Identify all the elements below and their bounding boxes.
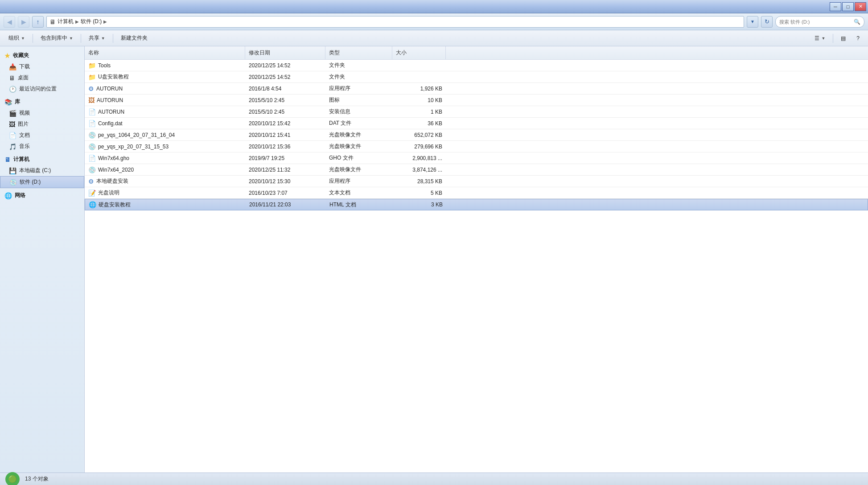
file-type-cell: DAT 文件 [325,119,392,128]
sidebar-item-desktop[interactable]: 🖥 桌面 [0,72,84,83]
file-modified: 2020/12/25 14:52 [249,74,290,80]
search-bar[interactable]: 🔍 [775,16,864,28]
col-modified[interactable]: 修改日期 [245,46,325,59]
new-folder-button[interactable]: 新建文件夹 [116,32,152,45]
file-size: 3,874,126 ... [412,167,442,173]
file-name: pe_yqs_xp_20_07_31_15_53 [98,144,169,150]
library-icon: 📚 [4,99,12,106]
breadcrumb-arrow-2: ▶ [103,19,107,24]
file-name-cell: 📝 光盘说明 [85,188,245,197]
library-dropdown-arrow: ▼ [69,36,73,41]
table-row[interactable]: 🌐 硬盘安装教程 2016/11/21 22:03 HTML 文档 3 KB [85,199,868,210]
file-type-icon: 💿 [88,132,96,139]
table-row[interactable]: ⚙ 本地硬盘安装 2020/10/12 15:30 应用程序 28,315 KB [85,176,868,187]
videos-icon: 🎬 [9,110,16,117]
view-dropdown-arrow: ▼ [821,36,825,41]
folder-icon: 🖥 [49,18,56,25]
breadcrumb-drive[interactable]: 软件 (D:) [81,18,102,25]
file-type-icon: 🖼 [88,97,95,104]
images-icon: 🖼 [9,121,15,128]
app-icon: 🟢 [5,472,20,485]
file-modified: 2020/10/12 15:41 [249,132,290,138]
table-row[interactable]: 💿 pe_yqs_xp_20_07_31_15_53 2020/10/12 15… [85,141,868,152]
minimize-button[interactable]: ─ [830,2,841,11]
sidebar: ★ 收藏夹 📥 下载 🖥 桌面 🕐 最近访问的位置 📚 库 🎬 [0,46,85,473]
docs-icon: 📄 [9,132,16,139]
table-row[interactable]: 🖼 AUTORUN 2015/5/10 2:45 图标 10 KB [85,95,868,106]
file-name-cell: 💿 pe_yqs_xp_20_07_31_15_53 [85,142,245,151]
share-dropdown-arrow: ▼ [101,36,105,41]
col-name[interactable]: 名称 [85,46,245,59]
sidebar-item-software-d[interactable]: 💿 软件 (D:) [0,176,84,188]
up-button[interactable]: ↑ [32,16,44,28]
local-c-icon: 💾 [9,167,16,174]
file-list-header: 名称 修改日期 类型 大小 [85,46,868,60]
library-header: 📚 库 [0,96,84,107]
status-count: 13 个对象 [25,475,49,483]
col-type[interactable]: 类型 [325,46,392,59]
table-row[interactable]: 💿 Win7x64_2020 2020/12/25 11:32 光盘映像文件 3… [85,164,868,176]
maximize-button[interactable]: □ [842,2,854,11]
favorites-star-icon: ★ [4,52,10,59]
library-button[interactable]: 包含到库中 ▼ [36,32,78,45]
back-button[interactable]: ◀ [4,16,15,28]
toolbar-separator-1 [33,34,33,43]
file-type-icon: 📄 [88,108,96,115]
table-row[interactable]: 📁 U盘安装教程 2020/12/25 14:52 文件夹 [85,71,868,83]
sidebar-item-local-c[interactable]: 💾 本地磁盘 (C:) [0,165,84,176]
table-row[interactable]: 📄 Win7x64.gho 2019/9/7 19:25 GHO 文件 2,90… [85,152,868,164]
file-type: 安装信息 [329,108,350,115]
breadcrumb-dropdown[interactable]: ▼ [747,16,758,28]
file-type-cell: 文件夹 [325,72,392,82]
organize-button[interactable]: 组织 ▼ [4,32,30,45]
file-modified-cell: 2020/10/12 15:41 [245,131,325,139]
view-button[interactable]: ☰ ▼ [810,32,830,45]
window-controls: ─ □ ✕ [830,2,866,11]
file-size-cell: 10 KB [392,96,446,104]
sidebar-item-images[interactable]: 🖼 图片 [0,119,84,130]
sidebar-item-downloads[interactable]: 📥 下载 [0,61,84,72]
table-row[interactable]: 📄 AUTORUN 2015/5/10 2:45 安装信息 1 KB [85,106,868,118]
file-type-icon: 📁 [88,62,96,69]
library-label: 包含到库中 [41,34,67,42]
file-modified: 2020/10/12 15:30 [249,178,290,185]
sidebar-item-music[interactable]: 🎵 音乐 [0,141,84,152]
table-row[interactable]: ⚙ AUTORUN 2016/1/8 4:54 应用程序 1,926 KB [85,83,868,95]
file-name: Win7x64.gho [98,155,129,161]
file-type-cell: 安装信息 [325,107,392,116]
sidebar-item-videos[interactable]: 🎬 视频 [0,107,84,119]
file-size-cell: 652,072 KB [392,131,446,139]
help-button[interactable]: ? [852,32,864,45]
file-name-cell: 💿 Win7x64_2020 [85,165,245,174]
images-label: 图片 [18,120,29,128]
title-bar: ─ □ ✕ [0,0,868,13]
search-input[interactable] [779,19,852,25]
share-button[interactable]: 共享 ▼ [84,32,110,45]
preview-pane-button[interactable]: ▤ [836,32,851,45]
file-name: 硬盘安装教程 [99,201,131,209]
close-button[interactable]: ✕ [855,2,866,11]
file-size-cell: 5 KB [392,189,446,197]
file-type-icon: 📄 [88,120,96,127]
table-row[interactable]: 📄 Config.dat 2020/10/12 15:42 DAT 文件 36 … [85,118,868,129]
file-type-cell: 图标 [325,95,392,105]
sidebar-item-recent[interactable]: 🕐 最近访问的位置 [0,83,84,95]
file-name-cell: 📁 U盘安装教程 [85,72,245,82]
refresh-button[interactable]: ↻ [761,16,773,28]
breadcrumb-computer[interactable]: 计算机 [58,18,74,25]
library-section: 📚 库 🎬 视频 🖼 图片 📄 文档 🎵 音乐 [0,96,84,152]
file-type: HTML 文档 [329,201,356,209]
table-row[interactable]: 💿 pe_yqs_1064_20_07_31_16_04 2020/10/12 … [85,129,868,141]
breadcrumb[interactable]: 🖥 计算机 ▶ 软件 (D:) ▶ [46,16,744,28]
file-type-cell: 光盘映像文件 [325,142,392,151]
file-type: 文件夹 [329,73,345,81]
table-row[interactable]: 📁 Tools 2020/12/25 14:52 文件夹 [85,60,868,71]
favorites-section: ★ 收藏夹 📥 下载 🖥 桌面 🕐 最近访问的位置 [0,50,84,95]
col-size[interactable]: 大小 [392,46,446,59]
file-name-cell: 📄 AUTORUN [85,107,245,116]
file-size-cell: 2,900,813 ... [392,154,446,162]
forward-button[interactable]: ▶ [18,16,29,28]
file-size-cell: 279,696 KB [392,143,446,151]
sidebar-item-docs[interactable]: 📄 文档 [0,130,84,141]
table-row[interactable]: 📝 光盘说明 2016/10/23 7:07 文本文档 5 KB [85,187,868,199]
